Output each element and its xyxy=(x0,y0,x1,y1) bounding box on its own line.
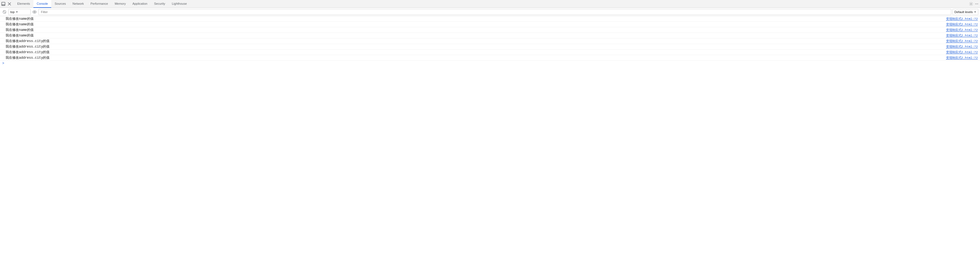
tab-network[interactable]: Network xyxy=(69,0,87,8)
log-message: 我在修改name的值 xyxy=(6,33,942,38)
context-chevron-icon: ▼ xyxy=(16,11,18,13)
log-source-link[interactable]: 变现响应式2.html:72 xyxy=(946,28,978,32)
log-levels-selector[interactable]: Default levels ▼ xyxy=(953,9,978,15)
table-row: 我在修改address.city的值 变现响应式2.html:72 xyxy=(0,49,980,55)
devtools-panel: Elements Console Sources Network Perform… xyxy=(0,0,980,280)
log-source-link[interactable]: 变现响应式2.html:72 xyxy=(946,33,978,38)
log-source-link[interactable]: 变现响应式2.html:72 xyxy=(946,45,978,49)
table-row: 我在修改name的值 变现响应式2.html:72 xyxy=(0,22,980,27)
devtools-icons xyxy=(1,2,12,6)
log-source-link[interactable]: 变现响应式2.html:72 xyxy=(946,17,978,21)
svg-point-10 xyxy=(33,11,37,13)
table-row: 我在修改address.city的值 变现响应式2.html:72 xyxy=(0,38,980,44)
live-expression-button[interactable] xyxy=(32,9,37,15)
tab-security[interactable]: Security xyxy=(151,0,169,8)
table-row: 我在修改name的值 变现响应式2.html:72 xyxy=(0,27,980,33)
log-message: 我在修改name的值 xyxy=(6,22,942,27)
svg-point-5 xyxy=(975,3,976,4)
log-message: 我在修改address.city的值 xyxy=(6,44,942,49)
context-selector[interactable]: top ▼ xyxy=(8,9,30,15)
svg-point-4 xyxy=(970,3,972,5)
context-value: top xyxy=(10,10,14,14)
more-icon[interactable] xyxy=(974,2,979,6)
levels-chevron-icon: ▼ xyxy=(974,11,976,13)
tab-application[interactable]: Application xyxy=(129,0,151,8)
log-source-link[interactable]: 变现响应式2.html:72 xyxy=(946,39,978,43)
tab-sources[interactable]: Sources xyxy=(51,0,69,8)
console-toolbar: top ▼ Default levels ▼ xyxy=(0,8,980,16)
table-row: 我在修改name的值 变现响应式2.html:72 xyxy=(0,33,980,38)
devtools-top-right xyxy=(969,2,979,6)
svg-point-11 xyxy=(34,11,35,13)
tab-memory[interactable]: Memory xyxy=(111,0,129,8)
tab-console[interactable]: Console xyxy=(33,0,51,8)
levels-label: Default levels xyxy=(955,10,973,14)
log-source-link[interactable]: 变现响应式2.html:72 xyxy=(946,50,978,54)
tab-lighthouse[interactable]: Lighthouse xyxy=(169,0,190,8)
log-source-link[interactable]: 变现响应式2.html:72 xyxy=(946,56,978,60)
table-row: 我在修改address.city的值 变现响应式2.html:72 xyxy=(0,55,980,60)
log-message: 我在修改address.city的值 xyxy=(6,39,942,43)
svg-point-6 xyxy=(976,3,977,4)
log-message: 我在修改address.city的值 xyxy=(6,56,942,60)
filter-input[interactable] xyxy=(38,9,951,15)
console-prompt-row: > xyxy=(0,60,980,66)
log-message: 我在修改name的值 xyxy=(6,27,942,32)
svg-rect-1 xyxy=(2,4,5,6)
table-row: 我在修改address.city的值 变现响应式2.html:72 xyxy=(0,44,980,49)
settings-icon[interactable] xyxy=(969,2,973,6)
tab-elements[interactable]: Elements xyxy=(14,0,33,8)
log-message: 我在修改name的值 xyxy=(6,16,942,21)
svg-point-7 xyxy=(977,3,978,4)
dock-icon[interactable] xyxy=(1,2,6,6)
console-output: 我在修改name的值 变现响应式2.html:72 我在修改name的值 变现响… xyxy=(0,16,980,280)
log-message: 我在修改address.city的值 xyxy=(6,50,942,54)
svg-line-9 xyxy=(3,11,6,13)
clear-console-button[interactable] xyxy=(2,9,7,15)
tab-performance[interactable]: Performance xyxy=(87,0,111,8)
tab-bar: Elements Console Sources Network Perform… xyxy=(0,0,980,8)
close-devtools-icon[interactable] xyxy=(7,2,12,6)
table-row: 我在修改name的值 变现响应式2.html:72 xyxy=(0,16,980,22)
prompt-chevron-icon: > xyxy=(2,62,4,65)
log-source-link[interactable]: 变现响应式2.html:72 xyxy=(946,22,978,27)
